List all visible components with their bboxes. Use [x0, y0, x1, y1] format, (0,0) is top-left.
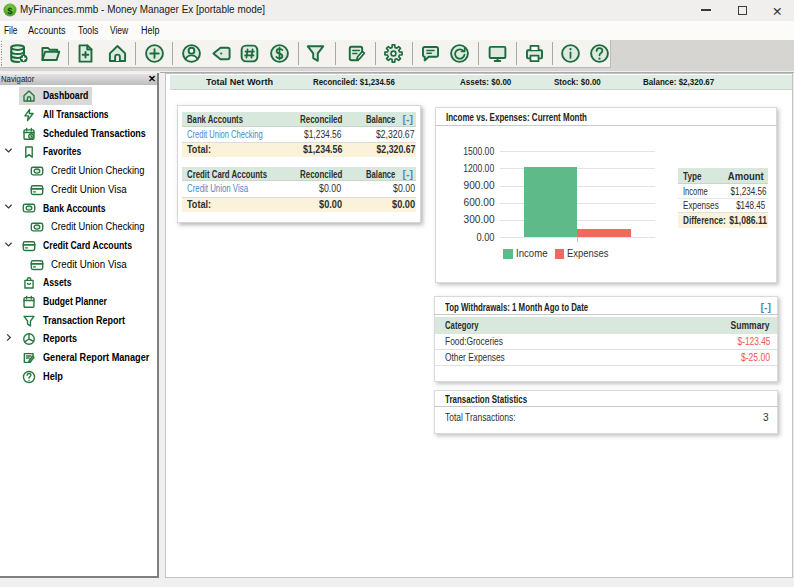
svg-text:$: $	[7, 5, 13, 16]
